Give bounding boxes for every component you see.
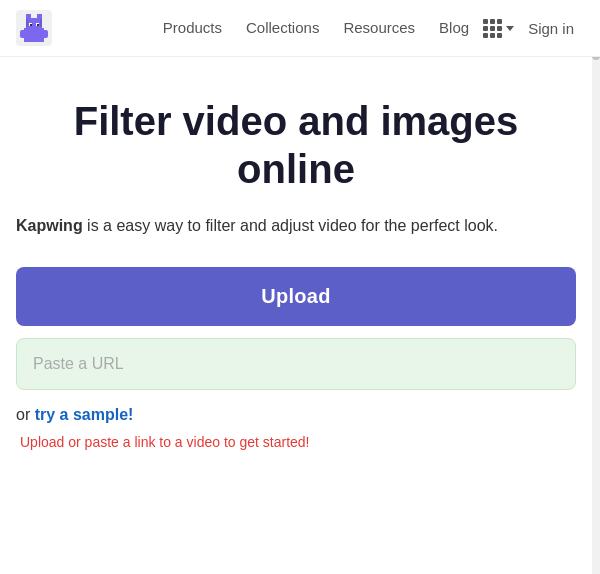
url-input[interactable] (16, 338, 576, 390)
apps-menu[interactable] (483, 19, 514, 38)
svg-rect-8 (37, 24, 39, 26)
try-sample-link[interactable]: try a sample! (35, 406, 134, 423)
nav-item-products[interactable]: Products (153, 19, 232, 37)
scrollbar-track[interactable] (592, 0, 600, 574)
navbar: Products Collections Resources Blog Sign… (0, 0, 600, 57)
url-input-container (16, 338, 576, 390)
grid-icon (483, 19, 502, 38)
upload-button[interactable]: Upload (16, 267, 576, 326)
nav-links: Products Collections Resources Blog (153, 19, 479, 37)
svg-rect-10 (40, 19, 42, 27)
sign-in-link[interactable]: Sign in (518, 14, 584, 43)
svg-rect-2 (26, 18, 42, 32)
description-rest: is a easy way to filter and adjust video… (83, 217, 498, 234)
nav-link-resources[interactable]: Resources (333, 13, 425, 42)
logo-container (16, 10, 52, 46)
nav-item-collections[interactable]: Collections (236, 19, 329, 37)
nav-item-blog[interactable]: Blog (429, 19, 479, 37)
nav-link-products[interactable]: Products (153, 13, 232, 42)
or-label: or (16, 406, 35, 423)
logo-icon (16, 10, 52, 46)
hero-description: Kapwing is a easy way to filter and adju… (16, 213, 576, 239)
brand-name: Kapwing (16, 217, 83, 234)
or-sample-text: or try a sample! (16, 406, 576, 424)
svg-rect-9 (26, 19, 28, 27)
main-content: Filter video and images online Kapwing i… (0, 57, 592, 474)
svg-rect-7 (30, 24, 32, 26)
nav-item-resources[interactable]: Resources (333, 19, 425, 37)
chevron-down-icon (506, 26, 514, 31)
hint-text: Upload or paste a link to a video to get… (16, 434, 576, 450)
nav-link-collections[interactable]: Collections (236, 13, 329, 42)
svg-rect-12 (42, 30, 48, 38)
nav-link-blog[interactable]: Blog (429, 13, 479, 42)
hero-title: Filter video and images online (16, 97, 576, 193)
svg-rect-11 (20, 30, 26, 38)
